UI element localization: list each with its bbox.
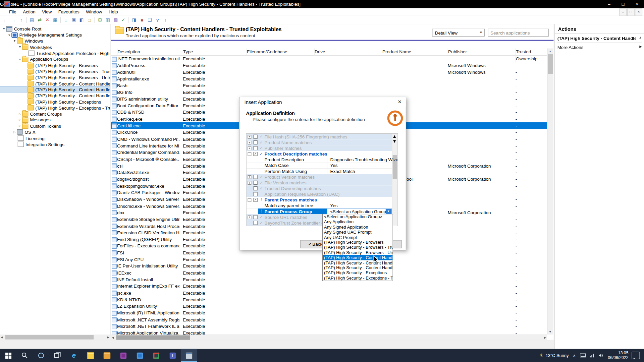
expand-plus-icon[interactable]: +: [248, 140, 251, 144]
maximize-button[interactable]: □: [616, 0, 630, 8]
caret-closed-icon[interactable]: ▷: [18, 112, 22, 116]
tree-item-6[interactable]: (TAP) High Security - Browsers: [0, 62, 110, 68]
criteria-checkbox[interactable]: ✓: [254, 152, 258, 156]
caret-open-icon[interactable]: ▼: [2, 27, 6, 31]
list-view-icon[interactable]: ▥: [104, 16, 111, 23]
table-row[interactable]: Internet Explorer ImpExp FF ex...Executa…: [111, 283, 547, 290]
actions-context-item[interactable]: (TAP) High Security - Content Handlers -…: [557, 36, 636, 41]
search-button[interactable]: [16, 349, 33, 362]
scroll-left-icon[interactable]: ◀: [1, 336, 3, 339]
criteria-checkbox[interactable]: [254, 146, 258, 150]
tree-item-7[interactable]: (TAP) High Security - Browsers - Trusted…: [0, 68, 110, 74]
tree-item-8[interactable]: (TAP) High Security - Browsers - Untrust…: [0, 74, 110, 80]
dropdown-option[interactable]: (TAP) High Security - Browsers: [323, 240, 392, 245]
collapse-icon[interactable]: ▲: [639, 36, 642, 40]
dropdown-option[interactable]: Any UAC Prompt: [323, 235, 392, 240]
table-row[interactable]: KD & NTKDExecutable-: [111, 296, 547, 303]
teams-icon[interactable]: T: [164, 349, 181, 362]
app-purple-icon[interactable]: [115, 349, 131, 362]
criteria-checkbox[interactable]: [254, 215, 258, 219]
forward-icon[interactable]: →: [10, 16, 17, 23]
tree-item-19[interactable]: Integration Settings: [0, 141, 110, 147]
add-icon[interactable]: ⊞: [97, 16, 104, 23]
tree-item-11[interactable]: (TAP) High Security - Content Handlers -…: [0, 93, 110, 99]
table-row[interactable]: AddInProcessExecutableMicrosoft Windows-: [111, 62, 547, 69]
dropdown-option[interactable]: (TAP) High Security - Browsers - Untrust…: [323, 250, 392, 255]
criteria-checkbox[interactable]: ✓: [254, 198, 258, 202]
menu-favourites[interactable]: Favourites: [55, 8, 83, 16]
collapse-minus-icon[interactable]: −: [248, 152, 251, 156]
network-tray-icon[interactable]: [590, 353, 595, 357]
tree-item-1[interactable]: ▼Privilege Management Settings: [0, 32, 110, 38]
back-icon[interactable]: ←: [2, 16, 9, 23]
open-icon[interactable]: □: [86, 16, 93, 23]
tree-item-5[interactable]: ▼Application Groups: [0, 56, 110, 62]
table-hscroll-thumb[interactable]: [116, 335, 190, 340]
scroll-down-icon[interactable]: ▼: [549, 330, 551, 334]
table-row[interactable]: Microsoft Application Virtualiza...Execu…: [111, 330, 547, 335]
criteria-group[interactable]: −✓✓Product Description matches: [247, 151, 392, 157]
criteria-checkbox[interactable]: [254, 192, 258, 196]
dropdown-option[interactable]: Any Signed Application: [323, 225, 392, 230]
table-row[interactable]: AppInstaller.exeExecutable-: [111, 75, 547, 82]
table-row[interactable]: AddInUtilExecutableMicrosoft Windows-: [111, 69, 547, 75]
tree-item-10[interactable]: (TAP) High Security - Content Handlers -…: [0, 86, 110, 93]
tree-item-15[interactable]: ▷Messages: [0, 117, 110, 123]
table-row[interactable]: Microsoft .NET Assembly Regis...Executab…: [111, 316, 547, 323]
edge-icon[interactable]: e: [66, 349, 82, 362]
expand-plus-icon[interactable]: +: [248, 215, 251, 219]
minimize-button[interactable]: –: [602, 0, 616, 8]
scroll-down-icon[interactable]: ▼: [392, 139, 396, 144]
new-window-icon[interactable]: ▣: [70, 16, 77, 23]
criteria-checkbox[interactable]: [254, 135, 258, 139]
expand-plus-icon[interactable]: +: [248, 175, 251, 179]
scroll-right-icon[interactable]: ▶: [544, 336, 546, 340]
tree-hscrollbar[interactable]: ◀ ▶: [0, 335, 110, 340]
dialog-close-icon[interactable]: ✕: [393, 97, 406, 106]
mdi-restore-button[interactable]: □: [627, 8, 635, 16]
tree-item-16[interactable]: ▷Custom Tokens: [0, 123, 110, 129]
more-actions-item[interactable]: More Actions: [557, 45, 584, 50]
columns-icon[interactable]: ▧: [112, 16, 119, 23]
tree-item-2[interactable]: ▼Windows: [0, 38, 110, 44]
properties-icon[interactable]: ▦: [52, 16, 59, 23]
table-row[interactable]: jsc.exeExecutable-: [111, 290, 547, 296]
combo-dropdown-icon[interactable]: ▼: [386, 209, 391, 214]
dialog-title-bar[interactable]: Insert Application ✕: [239, 97, 406, 107]
table-row[interactable]: .NET Framework installation uti...Execut…: [111, 55, 547, 62]
criteria-group[interactable]: ✓Trusted Ownership matches: [247, 185, 392, 191]
column-header-description[interactable]: Description: [117, 48, 180, 55]
caret-open-icon[interactable]: ▼: [7, 34, 11, 37]
file-explorer-icon[interactable]: [82, 349, 99, 362]
table-row[interactable]: BG InfoExecutable-: [111, 89, 547, 96]
refresh-icon[interactable]: ↓: [62, 16, 69, 23]
tree-item-3[interactable]: ▼Workstyles: [0, 44, 110, 50]
dropdown-option[interactable]: <Select an Application Group>: [323, 214, 392, 219]
criteria-scrollbar[interactable]: ▲ ▼: [392, 134, 397, 225]
tree-item-17[interactable]: ▷OS X: [0, 129, 110, 135]
caret-closed-icon[interactable]: ▷: [12, 130, 17, 134]
tree-item-14[interactable]: ▷Content Groups: [0, 111, 110, 117]
clock[interactable]: 13:05 06/06/2022: [608, 351, 628, 360]
dropdown-option[interactable]: (TAP) High Security - Browsers - Trusted: [323, 245, 392, 250]
check-icon[interactable]: ✓: [120, 16, 127, 23]
volume-tray-icon[interactable]: [599, 353, 604, 357]
tree-item-18[interactable]: Licensing: [0, 135, 110, 141]
criteria-checkbox[interactable]: [254, 221, 258, 225]
task-view-button[interactable]: [49, 349, 66, 362]
column-header-publisher[interactable]: Publisher: [448, 48, 513, 55]
dropdown-option[interactable]: (TAP) High Security - Exceptions: [323, 270, 392, 275]
menu-window[interactable]: Window: [83, 8, 106, 16]
show-tree-icon[interactable]: ▤: [28, 16, 35, 23]
save-icon[interactable]: ◧: [78, 16, 85, 23]
table-row[interactable]: Microsoft (R) HTML Application...Executa…: [111, 310, 547, 316]
tree-item-4[interactable]: Trusted Application Protection - High Se…: [0, 50, 110, 56]
column-header-product-name[interactable]: Product Name: [382, 48, 445, 55]
caret-closed-icon[interactable]: ▷: [18, 124, 22, 128]
folder-app-icon[interactable]: [99, 349, 115, 362]
scroll-right-icon[interactable]: ▶: [107, 336, 109, 339]
expand-plus-icon[interactable]: +: [248, 146, 251, 150]
table-vscrollbar[interactable]: ▲ ▼: [547, 48, 553, 334]
export-list-icon[interactable]: ⇄: [36, 16, 43, 23]
menu-file[interactable]: File: [6, 8, 19, 16]
